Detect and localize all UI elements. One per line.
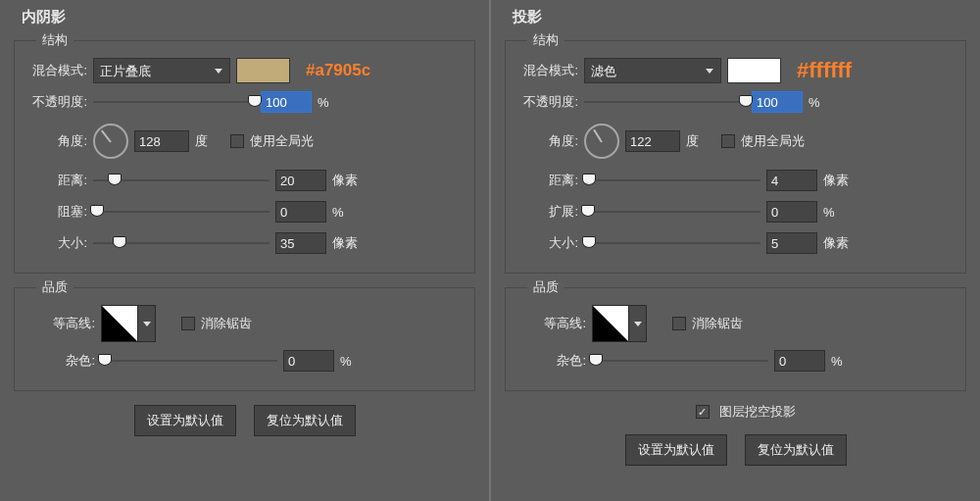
global-light-label: 使用全局光 <box>250 132 314 150</box>
size-label: 大小: <box>541 234 578 252</box>
contour-label: 等高线: <box>541 315 586 332</box>
noise-input[interactable] <box>283 350 334 372</box>
opacity-label: 不透明度: <box>517 93 578 111</box>
reset-default-button[interactable]: 复位为默认值 <box>254 405 356 436</box>
color-swatch[interactable] <box>727 58 781 83</box>
structure-group: 结构 混合模式: 滤色 #ffffff 不透明度: % 角度: <box>505 40 966 274</box>
opacity-input[interactable] <box>261 91 312 113</box>
hex-annotation: #ffffff <box>797 58 852 83</box>
contour-thumb-icon <box>101 305 138 342</box>
global-light-label: 使用全局光 <box>741 132 805 150</box>
angle-label: 角度: <box>50 132 87 150</box>
size-slider[interactable] <box>93 233 270 253</box>
contour-picker[interactable] <box>101 305 156 342</box>
antialias-checkbox[interactable] <box>672 317 686 330</box>
size-input[interactable] <box>275 232 326 254</box>
distance-label: 距离: <box>541 172 578 189</box>
noise-label: 杂色: <box>50 352 95 370</box>
distance-input[interactable] <box>275 170 326 191</box>
reset-default-button[interactable]: 复位为默认值 <box>745 434 847 466</box>
knockout-checkbox[interactable] <box>696 405 710 419</box>
contour-thumb-icon <box>592 305 629 342</box>
noise-slider[interactable] <box>101 351 277 371</box>
size-slider[interactable] <box>584 233 760 253</box>
angle-unit: 度 <box>195 132 224 150</box>
color-swatch[interactable] <box>236 58 290 83</box>
spread-unit: % <box>823 205 853 220</box>
noise-slider[interactable] <box>592 351 768 371</box>
quality-group: 品质 等高线: 消除锯齿 杂色: % <box>505 287 966 391</box>
angle-input[interactable] <box>134 130 189 152</box>
angle-input[interactable] <box>625 130 680 152</box>
spread-slider[interactable] <box>584 202 760 222</box>
angle-unit: 度 <box>686 132 715 150</box>
make-default-button[interactable]: 设置为默认值 <box>625 434 727 466</box>
blend-mode-label: 混合模式: <box>26 62 87 79</box>
global-light-checkbox[interactable] <box>721 134 735 148</box>
size-unit: 像素 <box>823 234 853 252</box>
choke-unit: % <box>332 205 362 220</box>
angle-dial[interactable] <box>584 124 619 159</box>
angle-dial[interactable] <box>93 124 128 159</box>
distance-slider[interactable] <box>584 171 760 190</box>
distance-slider[interactable] <box>93 171 270 190</box>
distance-unit: 像素 <box>332 172 362 189</box>
opacity-unit: % <box>808 95 838 110</box>
antialias-label: 消除锯齿 <box>201 315 252 332</box>
contour-dropdown-icon[interactable] <box>138 305 156 342</box>
group-title-quality: 品质 <box>36 278 74 296</box>
distance-input[interactable] <box>766 170 817 191</box>
choke-input[interactable] <box>275 201 326 223</box>
contour-label: 等高线: <box>50 315 95 332</box>
hex-annotation: #a7905c <box>306 61 370 80</box>
knockout-label: 图层挖空投影 <box>719 403 796 421</box>
noise-input[interactable] <box>774 350 825 372</box>
panel-title: 内阴影 <box>12 8 477 26</box>
blend-mode-select[interactable]: 正片叠底 <box>93 58 230 83</box>
noise-label: 杂色: <box>541 352 586 370</box>
blend-mode-select[interactable]: 滤色 <box>584 58 721 83</box>
choke-label: 阻塞: <box>50 203 87 221</box>
make-default-button[interactable]: 设置为默认值 <box>134 405 236 436</box>
opacity-slider[interactable] <box>584 92 746 112</box>
opacity-slider[interactable] <box>93 92 255 112</box>
opacity-label: 不透明度: <box>26 93 87 111</box>
opacity-unit: % <box>318 95 347 110</box>
noise-unit: % <box>340 354 369 369</box>
noise-unit: % <box>831 354 860 369</box>
drop-shadow-panel: 投影 结构 混合模式: 滤色 #ffffff 不透明度: % <box>489 0 980 501</box>
antialias-checkbox[interactable] <box>181 317 195 330</box>
opacity-input[interactable] <box>752 91 803 113</box>
quality-group: 品质 等高线: 消除锯齿 杂色: % <box>14 287 475 391</box>
contour-picker[interactable] <box>592 305 647 342</box>
antialias-label: 消除锯齿 <box>692 315 743 332</box>
inner-shadow-panel: 内阴影 结构 混合模式: 正片叠底 #a7905c 不透明度: % <box>0 0 489 501</box>
blend-mode-label: 混合模式: <box>517 62 578 79</box>
spread-input[interactable] <box>766 201 817 223</box>
spread-label: 扩展: <box>541 203 578 221</box>
contour-dropdown-icon[interactable] <box>629 305 647 342</box>
distance-label: 距离: <box>50 172 87 189</box>
choke-slider[interactable] <box>93 202 270 222</box>
angle-label: 角度: <box>541 132 578 150</box>
structure-group: 结构 混合模式: 正片叠底 #a7905c 不透明度: % <box>14 40 475 274</box>
size-input[interactable] <box>766 232 817 254</box>
group-title-structure: 结构 <box>527 31 564 49</box>
distance-unit: 像素 <box>823 172 853 189</box>
panel-title: 投影 <box>503 8 968 26</box>
global-light-checkbox[interactable] <box>230 134 244 148</box>
size-label: 大小: <box>50 234 87 252</box>
group-title-structure: 结构 <box>36 31 74 49</box>
group-title-quality: 品质 <box>527 278 564 296</box>
size-unit: 像素 <box>332 234 362 252</box>
